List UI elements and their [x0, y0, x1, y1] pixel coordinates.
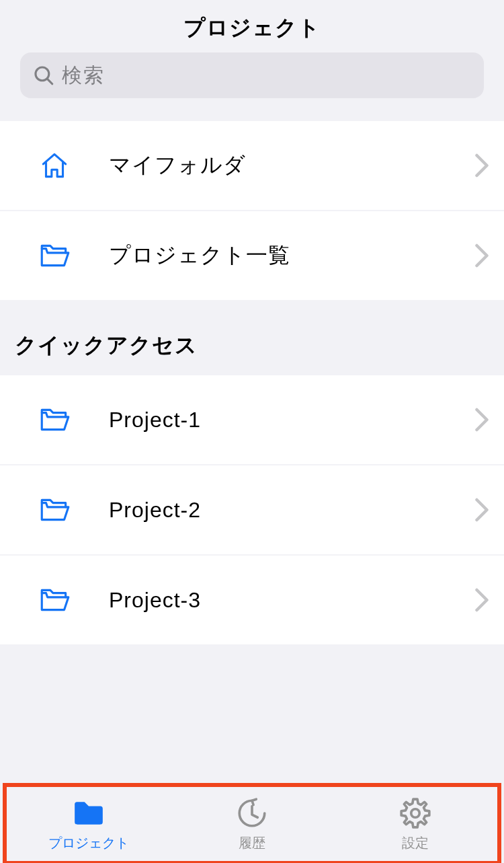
- search-field[interactable]: [20, 52, 484, 98]
- quick-access-item-label: Project-2: [109, 498, 474, 523]
- quick-access-item-label: Project-3: [109, 588, 474, 613]
- svg-point-2: [411, 809, 420, 817]
- tab-projects[interactable]: プロジェクト: [7, 787, 170, 861]
- tab-history[interactable]: 履歴: [170, 787, 333, 861]
- gear-icon: [398, 796, 432, 830]
- tabbar: プロジェクト 履歴 設定: [7, 787, 497, 861]
- folder-open-icon: [38, 403, 71, 437]
- home-icon: [38, 149, 71, 182]
- quick-access-item-label: Project-1: [109, 408, 474, 433]
- chevron-right-icon: [474, 408, 489, 432]
- nav-item-label: プロジェクト一覧: [109, 241, 474, 270]
- history-icon: [235, 796, 269, 830]
- quick-access-item[interactable]: Project-3: [0, 556, 504, 644]
- svg-line-1: [47, 79, 52, 84]
- spacer: [0, 644, 504, 783]
- search-container: [0, 52, 504, 113]
- search-input[interactable]: [62, 64, 472, 87]
- tab-settings[interactable]: 設定: [334, 787, 497, 861]
- folder-open-icon: [38, 493, 71, 527]
- nav-item-my-folder[interactable]: マイフォルダ: [0, 121, 504, 210]
- quick-access-list: Project-1 Project-2 Project-3: [0, 375, 504, 644]
- folder-solid-icon: [72, 796, 106, 830]
- tab-label: プロジェクト: [48, 834, 129, 852]
- folder-open-icon: [38, 583, 71, 617]
- tab-label: 設定: [402, 834, 429, 852]
- nav-item-label: マイフォルダ: [109, 151, 474, 180]
- quick-access-item[interactable]: Project-2: [0, 465, 504, 554]
- header: プロジェクト: [0, 0, 504, 52]
- chevron-right-icon: [474, 588, 489, 612]
- page-title: プロジェクト: [0, 13, 504, 43]
- folder-open-icon: [38, 239, 71, 272]
- quick-access-heading: クイックアクセス: [0, 300, 504, 375]
- nav-list: マイフォルダ プロジェクト一覧: [0, 121, 504, 300]
- search-icon: [32, 64, 55, 87]
- tabbar-highlight: プロジェクト 履歴 設定: [3, 783, 501, 863]
- chevron-right-icon: [474, 243, 489, 268]
- tab-label: 履歴: [239, 834, 265, 852]
- nav-item-project-list[interactable]: プロジェクト一覧: [0, 211, 504, 300]
- quick-access-item[interactable]: Project-1: [0, 375, 504, 464]
- chevron-right-icon: [474, 153, 489, 178]
- chevron-right-icon: [474, 498, 489, 522]
